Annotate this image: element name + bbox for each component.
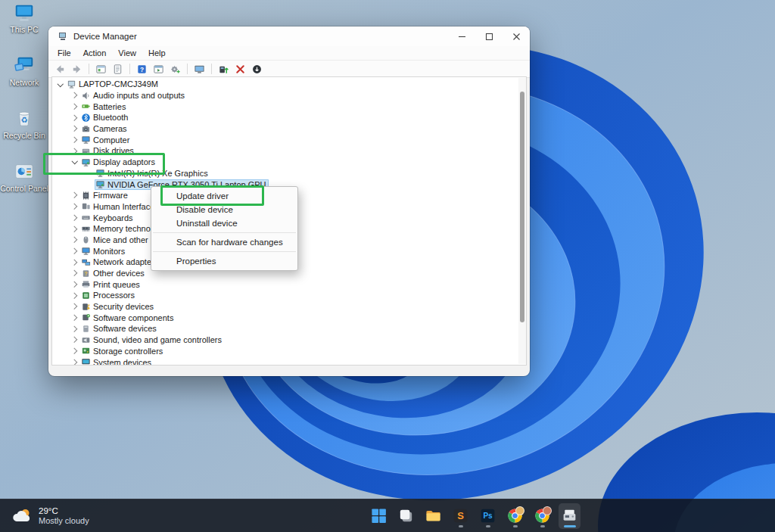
uninstall-button[interactable] (233, 62, 247, 76)
menu-help[interactable]: Help (142, 46, 172, 60)
tree-item-storage-controllers[interactable]: Storage controllers (52, 346, 518, 357)
chevron-collapsed-icon[interactable] (70, 213, 80, 223)
chevron-collapsed-icon[interactable] (70, 90, 80, 101)
start-button[interactable] (368, 503, 390, 529)
tree-item-label: Sound, video and game controllers (93, 335, 222, 344)
scan-monitor-button[interactable] (192, 62, 207, 76)
tree-item-label: Disk drives (93, 146, 134, 155)
file-explorer-button[interactable] (422, 503, 444, 529)
update-driver-button[interactable] (216, 62, 231, 76)
menu-item-uninstall-device[interactable]: Uninstall device (151, 216, 297, 230)
menu-action[interactable]: Action (77, 46, 113, 60)
chevron-collapsed-icon[interactable] (70, 135, 80, 145)
tree-item-laptop-cmcj349m[interactable]: LAPTOP-CMCJ349M (52, 79, 518, 90)
display-icon (95, 168, 105, 178)
tree-item-security-devices[interactable]: Security devices (52, 301, 518, 313)
tree-item-processors[interactable]: Processors (52, 290, 518, 301)
chevron-collapsed-icon[interactable] (70, 190, 80, 201)
bluetooth-icon (81, 113, 91, 123)
chevron-expanded-icon[interactable] (55, 79, 66, 89)
weather-condition: Mostly cloudy (39, 516, 89, 526)
back-icon (54, 64, 66, 75)
minimize-button[interactable] (448, 26, 475, 46)
menu-file[interactable]: File (51, 46, 77, 60)
add-hardware-button[interactable] (168, 62, 182, 76)
help-button[interactable] (135, 62, 149, 76)
back-button[interactable] (53, 62, 67, 76)
chevron-collapsed-icon[interactable] (70, 357, 80, 366)
tree-item-disk-drives[interactable]: Disk drives (52, 145, 518, 157)
device-manager-button[interactable] (559, 503, 580, 529)
tree-item-core: Bluetooth (80, 112, 130, 123)
chevron-collapsed-icon[interactable] (70, 279, 80, 290)
tree-item-audio-inputs-and-outputs[interactable]: Audio inputs and outputs (52, 90, 518, 101)
tree-item-print-queues[interactable]: Print queues (52, 278, 518, 290)
menu-item-properties[interactable]: Properties (151, 254, 297, 268)
weather-widget[interactable]: 29°C Mostly cloudy (8, 499, 94, 532)
tree-item-sound-video-and-game-controllers[interactable]: Sound, video and game controllers (52, 334, 518, 346)
scrollbar-thumb[interactable] (520, 92, 524, 322)
menu-item-disable-device[interactable]: Disable device (151, 203, 297, 216)
monitor-icon (81, 246, 91, 256)
chevron-collapsed-icon[interactable] (70, 334, 80, 345)
properties-button[interactable] (110, 62, 125, 76)
chevron-collapsed-icon[interactable] (70, 235, 80, 245)
photoshop-button[interactable]: Ps (477, 503, 499, 529)
tree-item-core: LAPTOP-CMCJ349M (66, 79, 160, 89)
desktop-icon-control-panel[interactable]: Control Panel (5, 160, 44, 194)
menu-item-update-driver[interactable]: Update driver (151, 189, 297, 203)
sublime-text-button[interactable]: S (450, 503, 472, 529)
chevron-collapsed-icon[interactable] (70, 201, 80, 212)
chevron-collapsed-icon[interactable] (70, 101, 80, 112)
tree-item-core: Print queues (80, 279, 142, 290)
maximize-button[interactable] (475, 26, 503, 46)
chevron-collapsed-icon[interactable] (70, 268, 80, 278)
tree-item-software-devices[interactable]: Software devices (52, 323, 518, 334)
tree-item-label: Monitors (93, 247, 125, 256)
chrome-profile-1-profile-badge (515, 506, 524, 515)
desktop-icon-label: Control Panel (0, 184, 48, 193)
chevron-collapsed-icon[interactable] (70, 257, 80, 267)
tree-item-cameras[interactable]: Cameras (52, 123, 518, 135)
device-manager-icon (58, 31, 68, 42)
desktop-icon-network[interactable]: Network (5, 54, 44, 88)
forward-button[interactable] (70, 62, 84, 76)
disable-button[interactable] (250, 62, 264, 76)
chevron-collapsed-icon[interactable] (70, 323, 80, 334)
tree-item-bluetooth[interactable]: Bluetooth (52, 112, 518, 123)
close-button[interactable] (503, 26, 530, 46)
tree-item-intel-r-iris-r-xe-graphics[interactable]: Intel(R) Iris(R) Xe Graphics (52, 168, 518, 179)
update-driver-icon (218, 64, 229, 75)
menu-item-scan-for-hardware-changes[interactable]: Scan for hardware changes (151, 235, 297, 249)
tree-item-computer[interactable]: Computer (52, 134, 518, 145)
task-view-button[interactable] (395, 503, 417, 529)
chrome-profile-2-button[interactable] (531, 503, 553, 529)
chevron-collapsed-icon[interactable] (70, 246, 80, 257)
tree-item-batteries[interactable]: Batteries (52, 101, 518, 112)
desktop-icon-this-pc[interactable]: This PC (5, 2, 44, 35)
tree-item-system-devices[interactable]: System devices (52, 356, 518, 366)
hid-icon (81, 201, 91, 211)
chevron-collapsed-icon[interactable] (70, 313, 80, 323)
chevron-collapsed-icon[interactable] (70, 301, 80, 312)
chevron-collapsed-icon[interactable] (70, 223, 80, 234)
tree-item-display-adaptors[interactable]: Display adaptors (52, 157, 518, 168)
show-window-button[interactable] (151, 62, 166, 76)
chrome-profile-1-button[interactable] (504, 503, 526, 529)
tree-item-label: Batteries (93, 102, 126, 111)
console-tree-button[interactable] (94, 62, 108, 76)
chevron-collapsed-icon[interactable] (70, 123, 80, 134)
tree-item-software-components[interactable]: Software components (52, 312, 518, 323)
tree-item-label: Keyboards (93, 213, 133, 222)
chrome-profile-2-profile-badge (543, 506, 552, 515)
menu-view[interactable]: View (112, 46, 142, 60)
chevron-collapsed-icon[interactable] (70, 346, 80, 356)
chevron-collapsed-icon[interactable] (70, 290, 80, 300)
vertical-scrollbar[interactable] (518, 78, 526, 364)
chevron-collapsed-icon[interactable] (70, 112, 80, 123)
chevron-collapsed-icon[interactable] (70, 145, 80, 156)
chevron-expanded-icon[interactable] (70, 157, 80, 167)
chrome-profile-1-indicator (513, 525, 518, 527)
desktop-icon-recycle-bin[interactable]: Recycle Bin (5, 107, 44, 141)
titlebar[interactable]: Device Manager (48, 26, 530, 46)
